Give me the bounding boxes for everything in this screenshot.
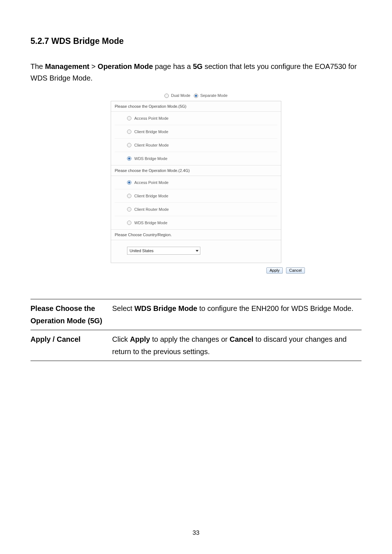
option-label: Client Bridge Mode bbox=[134, 130, 168, 134]
intro-bold-1: Management bbox=[45, 62, 89, 70]
country-value: United States bbox=[130, 249, 154, 253]
section-heading: 5.2.7 WDS Bridge Mode bbox=[30, 36, 362, 46]
radio-icon[interactable] bbox=[127, 180, 131, 185]
option-row[interactable]: Access Point Mode bbox=[115, 112, 277, 125]
intro-bold-3: 5G bbox=[193, 62, 203, 70]
radio-icon[interactable] bbox=[127, 207, 131, 212]
country-select[interactable]: United States bbox=[127, 247, 200, 255]
option-row[interactable]: Client Router Mode bbox=[115, 139, 277, 152]
radio-icon[interactable] bbox=[127, 221, 131, 225]
def-desc-bold1: WDS Bridge Mode bbox=[134, 304, 197, 312]
country-title: Please Choose Country/Region. bbox=[111, 229, 281, 240]
def-term-line1: Please Choose the bbox=[30, 304, 95, 312]
opmode-24g-title: Please choose the Operation Mode.(2.4G) bbox=[111, 165, 281, 176]
dual-mode-label: Dual Mode bbox=[171, 93, 190, 98]
option-row[interactable]: Client Bridge Mode bbox=[115, 189, 277, 203]
screenshot-panel: Dual Mode Separate Mode Please choose th… bbox=[111, 91, 281, 263]
radio-icon[interactable] bbox=[164, 94, 169, 98]
def-desc-bold1: Apply bbox=[130, 335, 150, 343]
radio-icon[interactable] bbox=[194, 94, 198, 98]
def-desc-mid: to apply the changes or bbox=[150, 335, 229, 343]
radio-icon[interactable] bbox=[127, 130, 131, 134]
opmode-5g-panel: Please choose the Operation Mode.(5G) Ac… bbox=[111, 101, 281, 263]
chevron-down-icon bbox=[196, 250, 199, 252]
option-label: WDS Bridge Mode bbox=[134, 221, 167, 225]
option-row[interactable]: Client Router Mode bbox=[115, 203, 277, 216]
intro-paragraph: The Management > Operation Mode page has… bbox=[30, 61, 362, 84]
intro-post1: page has a bbox=[153, 62, 193, 70]
intro-pre: The bbox=[30, 62, 45, 70]
radio-icon[interactable] bbox=[127, 116, 131, 120]
intro-bold-2: Operation Mode bbox=[98, 62, 153, 70]
option-label: Client Router Mode bbox=[134, 207, 169, 212]
def-desc-post1: to configure the ENH200 for WDS Bridge M… bbox=[197, 304, 354, 312]
radio-icon[interactable] bbox=[127, 194, 131, 198]
def-desc-bold2: Cancel bbox=[230, 335, 254, 343]
table-row: Apply / Cancel Click Apply to apply the … bbox=[30, 330, 362, 361]
option-label: Access Point Mode bbox=[134, 180, 168, 185]
definition-table: Please Choose the Operation Mode (5G) Se… bbox=[30, 299, 362, 361]
def-term-line2: Operation Mode (5G) bbox=[30, 317, 102, 325]
cancel-button[interactable]: Cancel bbox=[286, 267, 305, 274]
top-mode-row: Dual Mode Separate Mode bbox=[111, 91, 281, 101]
separate-mode-label: Separate Mode bbox=[200, 93, 228, 98]
opmode-5g-title: Please choose the Operation Mode.(5G) bbox=[111, 101, 281, 112]
def-desc-pre: Select bbox=[112, 304, 134, 312]
option-row[interactable]: Client Bridge Mode bbox=[115, 125, 277, 139]
table-row: Please Choose the Operation Mode (5G) Se… bbox=[30, 299, 362, 330]
option-label: Access Point Mode bbox=[134, 116, 168, 120]
option-label: Client Router Mode bbox=[134, 143, 169, 147]
option-row[interactable]: WDS Bridge Mode bbox=[115, 216, 277, 229]
option-row[interactable]: WDS Bridge Mode bbox=[115, 152, 277, 165]
page-number: 33 bbox=[0, 529, 392, 537]
radio-icon[interactable] bbox=[127, 143, 131, 147]
option-label: Client Bridge Mode bbox=[134, 194, 168, 198]
option-row[interactable]: Access Point Mode bbox=[115, 176, 277, 189]
def-term-line1: Apply / Cancel bbox=[30, 335, 81, 343]
intro-mid: > bbox=[89, 62, 98, 70]
def-desc-pre: Click bbox=[112, 335, 130, 343]
option-label: WDS Bridge Mode bbox=[134, 156, 167, 161]
apply-button[interactable]: Apply bbox=[266, 267, 283, 274]
button-row: Apply Cancel bbox=[87, 267, 305, 274]
radio-icon[interactable] bbox=[127, 156, 131, 161]
